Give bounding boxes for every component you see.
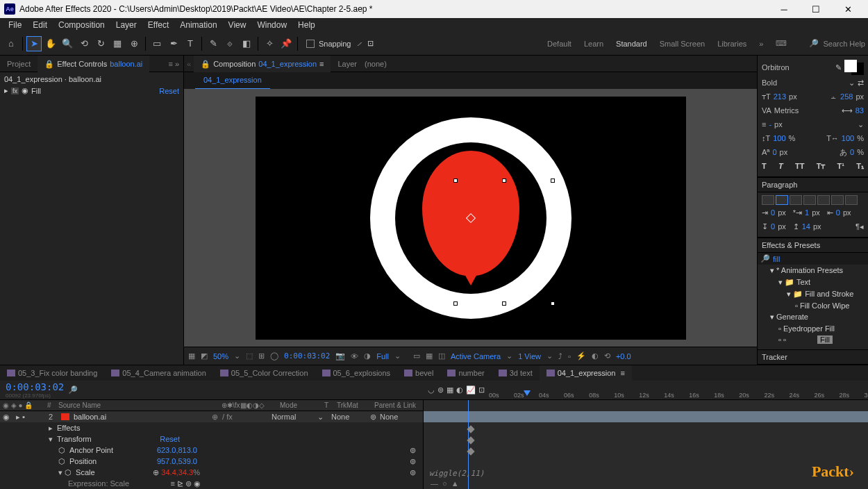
vc-full-icon[interactable]: ⬚	[246, 351, 253, 360]
tl-tab-1[interactable]: 05_4_Camera animation	[104, 365, 212, 381]
justify-center[interactable]	[817, 195, 830, 205]
font-family[interactable]: Orbitron	[762, 63, 833, 72]
horizontal-scale[interactable]: 100	[842, 134, 854, 142]
menu-file[interactable]: File	[3, 18, 27, 32]
tl-shy-icon[interactable]: ◡	[428, 386, 435, 395]
menu-view[interactable]: View	[223, 18, 252, 32]
tab-project[interactable]: Project	[0, 56, 37, 72]
minimize-button[interactable]: ─	[768, 0, 800, 18]
tab-effect-controls[interactable]: 🔒 Effect Controls balloon.ai	[37, 56, 149, 72]
workspace-overflow[interactable]: »	[759, 40, 763, 48]
tl-tab-2[interactable]: 05_5_Color Correction	[213, 365, 315, 381]
tab-composition[interactable]: 🔒 Composition 04_1_expression ≡	[194, 56, 331, 72]
layer-color-label[interactable]	[61, 413, 69, 420]
exposure[interactable]: +0.0	[616, 352, 631, 360]
expr-lang-icon[interactable]: ◉	[194, 479, 201, 488]
tl-mb-icon[interactable]: ◐	[456, 386, 463, 395]
vc-mask-icon[interactable]: ◯	[270, 351, 278, 360]
prop-scale[interactable]: ▾ ⬡ Scale⊕ 34.4,34.3%⊚	[0, 467, 423, 478]
lock-icon[interactable]: 🔒	[44, 56, 54, 72]
justify-all[interactable]	[845, 195, 858, 205]
viewer-timecode[interactable]: 0:00:03:02	[284, 351, 330, 360]
pen-tool[interactable]: ✒	[166, 36, 181, 51]
workspace-default[interactable]: Default	[547, 40, 571, 48]
anchor-value[interactable]: 623.0,813.0	[157, 446, 197, 454]
fill-swatch[interactable]	[844, 60, 857, 72]
workspace-small[interactable]: Small Screen	[660, 40, 705, 48]
sel-handle-tc[interactable]	[502, 179, 506, 183]
home-button[interactable]: ⌂	[3, 36, 19, 51]
chevron-down-icon[interactable]: ⌄	[849, 78, 855, 88]
chevron-down-icon[interactable]: ⌄	[234, 351, 240, 360]
col-mode[interactable]: Mode	[280, 401, 322, 409]
layer-parent[interactable]: None	[380, 413, 423, 421]
hand-tool[interactable]: ✋	[43, 36, 58, 51]
chevron-down-icon[interactable]: ⌄	[394, 351, 401, 360]
rtl-icon[interactable]: ¶◂	[856, 222, 864, 231]
tl-tab-3[interactable]: 05_6_explosions	[315, 365, 398, 381]
effect-fill-row[interactable]: ▸ fx ◉ Fill Reset	[4, 86, 179, 95]
vc-show-snapshot-icon[interactable]: 👁	[351, 352, 358, 360]
sel-handle-bl[interactable]	[453, 301, 458, 306]
chevron-down-icon[interactable]: ⌄	[858, 120, 864, 129]
space-before[interactable]: 0	[771, 222, 775, 231]
tl-tab-6[interactable]: 3d text	[492, 365, 540, 381]
sel-handle-tl[interactable]	[453, 179, 458, 183]
preset-eyedropper-fill[interactable]: ▫ Eyedropper Fill	[758, 323, 868, 334]
kerning[interactable]: Metrics	[774, 106, 799, 115]
tl-draft-icon[interactable]: ⊡	[478, 386, 485, 395]
expression-text[interactable]: wiggle(2,11)	[429, 469, 484, 478]
pan-behind-tool[interactable]: ⊕	[126, 36, 142, 51]
sel-handle-br[interactable]	[551, 301, 555, 306]
vc-mb-icon[interactable]: ◐	[592, 351, 599, 360]
font-style[interactable]: Bold	[762, 78, 846, 87]
font-size[interactable]: 213	[774, 92, 786, 101]
scale-value[interactable]: 34.4,34.3	[161, 468, 193, 476]
col-source[interactable]: Source Name	[58, 401, 219, 409]
vc-pixel-icon[interactable]: ▫	[568, 352, 571, 360]
zoom-in-icon[interactable]: ▲	[451, 479, 459, 488]
prop-effects[interactable]: ▸ Effects	[0, 422, 423, 433]
subscript[interactable]: T₁	[856, 162, 864, 171]
resolution-dropdown[interactable]: Full	[376, 352, 389, 360]
prop-position[interactable]: ⬡ Position957.0,539.0⊚	[0, 456, 423, 467]
align-right[interactable]	[790, 195, 802, 205]
puppet-tool[interactable]: 📌	[278, 36, 294, 51]
vc-alpha-icon[interactable]: ▦	[188, 351, 195, 360]
vc-resolution-icon[interactable]: ◩	[201, 351, 208, 360]
vc-transparency-icon[interactable]: ▦	[426, 351, 433, 360]
transform-reset[interactable]: Reset	[160, 435, 180, 443]
workspace-libraries[interactable]: Libraries	[717, 40, 746, 48]
vc-grid-icon[interactable]: ⊞	[258, 351, 265, 360]
twirl-icon[interactable]: ▸	[4, 86, 8, 95]
clone-tool[interactable]: ⟐	[222, 36, 237, 51]
tab-layer[interactable]: Layer (none)	[331, 56, 393, 72]
zoom-out-icon[interactable]: —	[431, 479, 438, 488]
panel-menu-button[interactable]: ≡ »	[164, 60, 183, 68]
rectangle-tool[interactable]: ▭	[149, 36, 165, 51]
faux-bold[interactable]: T	[762, 162, 767, 170]
effects-search-input[interactable]	[773, 255, 868, 263]
tree-animation-presets[interactable]: ▾ * Animation Presets	[758, 265, 868, 276]
vc-3d-icon[interactable]: ◫	[438, 351, 445, 360]
zoom-slider[interactable]: ○	[442, 479, 447, 488]
col-parent[interactable]: Parent & Link	[374, 401, 423, 409]
layer-trkmat[interactable]: None	[331, 413, 366, 421]
vc-share-icon[interactable]: ⤴	[558, 352, 562, 360]
preset-fill-selected[interactable]: ▫ ▫ Fill	[758, 334, 868, 345]
selection-tool[interactable]: ➤	[26, 36, 42, 51]
align-center[interactable]	[776, 195, 788, 205]
leading[interactable]: 258	[840, 92, 853, 101]
composition-canvas[interactable]	[256, 97, 686, 340]
tree-text[interactable]: ▾ 📁 Text	[758, 276, 868, 288]
superscript[interactable]: T¹	[837, 162, 844, 170]
sel-handle-bc[interactable]	[502, 301, 506, 306]
tl-tab-5[interactable]: number	[440, 365, 491, 381]
indent-right[interactable]: 0	[836, 208, 840, 217]
timeline-timecode[interactable]: 0:00:03:02	[0, 381, 62, 392]
tl-tab-7[interactable]: 04_1_expression ≡	[540, 365, 632, 381]
snapping-toggle[interactable]: Snapping ⟋ ⊡	[306, 39, 374, 48]
brush-tool[interactable]: ✎	[206, 36, 221, 51]
layer-name[interactable]: balloon.ai	[74, 413, 208, 421]
maximize-button[interactable]: ☐	[800, 0, 832, 18]
